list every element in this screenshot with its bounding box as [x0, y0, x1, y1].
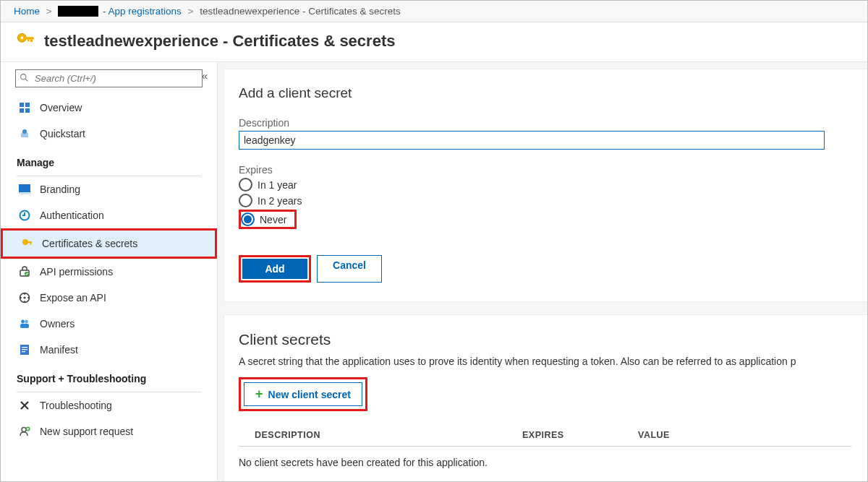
expires-option-1year[interactable]: In 1 year: [239, 178, 867, 191]
svg-rect-16: [27, 241, 32, 243]
sidebar-item-expose-api[interactable]: Expose an API: [1, 285, 217, 311]
radio-label: In 2 years: [258, 195, 302, 207]
svg-point-11: [22, 129, 27, 134]
svg-rect-12: [19, 184, 30, 192]
troubleshooting-icon: [17, 399, 33, 412]
sidebar-item-label: New support request: [40, 426, 133, 437]
main-content: Add a client secret Description Expires …: [218, 62, 867, 481]
sidebar-item-branding[interactable]: Branding: [1, 176, 217, 202]
authentication-icon: [17, 209, 33, 222]
svg-rect-30: [22, 347, 27, 348]
breadcrumb-home[interactable]: Home: [14, 6, 40, 17]
client-secrets-description: A secret string that the application use…: [239, 356, 867, 367]
sidebar-item-overview[interactable]: Overview: [1, 95, 217, 121]
svg-rect-10: [25, 108, 30, 113]
svg-rect-17: [30, 243, 32, 245]
branding-icon: [17, 183, 33, 196]
svg-rect-4: [27, 40, 30, 42]
col-description: DESCRIPTION: [255, 430, 522, 440]
sidebar-item-manifest[interactable]: Manifest: [1, 337, 217, 363]
expires-label: Expires: [239, 164, 867, 176]
radio-label: In 1 year: [258, 179, 297, 191]
sidebar-item-certificates-secrets[interactable]: Certificates & secrets: [1, 228, 217, 259]
svg-point-25: [27, 297, 30, 299]
sidebar-item-label: Authentication: [40, 210, 104, 221]
add-button[interactable]: Add: [242, 259, 307, 279]
chevron-right-icon: >: [43, 6, 56, 17]
sidebar-item-label: Branding: [40, 184, 80, 195]
svg-rect-8: [25, 103, 30, 107]
sidebar-item-owners[interactable]: Owners: [1, 311, 217, 337]
sidebar-item-label: Expose an API: [40, 292, 106, 304]
certificates-icon: [19, 237, 35, 250]
svg-rect-28: [20, 324, 29, 328]
expose-api-icon: [17, 291, 33, 304]
sidebar-item-label: Overview: [40, 102, 82, 113]
overview-icon: [17, 101, 33, 114]
secrets-empty-message: No client secrets have been created for …: [239, 457, 867, 468]
sidebar-item-troubleshooting[interactable]: Troubleshooting: [1, 392, 217, 418]
search-input[interactable]: [15, 69, 203, 87]
page-title: testleadnewexperience - Certificates & s…: [44, 32, 395, 51]
col-expires: EXPIRES: [522, 430, 638, 440]
svg-point-22: [24, 293, 26, 295]
svg-point-24: [20, 297, 22, 299]
new-secret-label: New client secret: [268, 389, 351, 400]
breadcrumb-apps-label: App registrations: [108, 6, 181, 17]
api-permissions-icon: [17, 265, 33, 278]
highlight-box: Never: [239, 210, 297, 229]
breadcrumb-app-registrations[interactable]: - App registrations: [103, 6, 182, 17]
highlight-box: Add: [239, 255, 311, 283]
page-titlebar: testleadnewexperience - Certificates & s…: [1, 22, 867, 62]
new-client-secret-button[interactable]: + New client secret: [244, 382, 362, 406]
client-secrets-heading: Client secrets: [239, 331, 867, 348]
quickstart-icon: [17, 127, 33, 140]
sidebar-item-label: Certificates & secrets: [42, 238, 137, 249]
svg-rect-9: [20, 108, 24, 113]
sidebar-item-label: Manifest: [40, 344, 78, 356]
svg-rect-31: [22, 349, 27, 350]
owners-icon: [17, 317, 33, 330]
col-value: VALUE: [638, 430, 670, 440]
sidebar-item-new-support-request[interactable]: New support request: [1, 418, 217, 444]
breadcrumb-current: testleadnewexperience - Certificates & s…: [200, 6, 401, 17]
description-label: Description: [239, 117, 867, 129]
svg-rect-3: [30, 40, 33, 43]
expires-option-never[interactable]: Never: [241, 212, 292, 226]
sidebar-item-api-permissions[interactable]: API permissions: [1, 259, 217, 285]
radio-icon: [239, 194, 252, 207]
sidebar-item-label: Quickstart: [40, 128, 85, 139]
divider: [239, 446, 851, 447]
add-client-secret-panel: Add a client secret Description Expires …: [224, 69, 867, 302]
svg-point-1: [20, 36, 23, 39]
add-secret-heading: Add a client secret: [239, 85, 867, 101]
svg-point-27: [25, 320, 28, 324]
sidebar-item-label: Troubleshooting: [40, 400, 112, 411]
svg-point-33: [22, 428, 26, 432]
sidebar-item-label: API permissions: [40, 266, 113, 277]
svg-point-5: [21, 74, 26, 79]
manifest-icon: [17, 343, 33, 356]
radio-icon: [241, 212, 255, 226]
radio-icon: [239, 178, 252, 191]
sidebar-item-quickstart[interactable]: Quickstart: [1, 121, 217, 147]
secrets-table-header: DESCRIPTION EXPIRES VALUE: [239, 424, 867, 446]
highlight-box: + New client secret: [239, 377, 367, 411]
sidebar-section-support: Support + Troubleshooting: [1, 363, 217, 389]
svg-rect-32: [22, 351, 25, 352]
sidebar-item-label: Owners: [40, 318, 75, 330]
svg-line-6: [25, 79, 27, 81]
radio-label: Never: [260, 214, 286, 225]
client-secrets-panel: Client secrets A secret string that the …: [224, 314, 867, 481]
cancel-button[interactable]: Cancel: [317, 255, 382, 283]
svg-rect-2: [25, 37, 34, 40]
sidebar-item-authentication[interactable]: Authentication: [1, 202, 217, 228]
support-request-icon: [17, 425, 33, 438]
description-input[interactable]: [239, 131, 825, 150]
expires-option-2years[interactable]: In 2 years: [239, 194, 867, 207]
sidebar-section-manage: Manage: [1, 147, 217, 173]
svg-rect-7: [20, 103, 24, 107]
svg-point-26: [21, 320, 25, 324]
chevron-right-icon: >: [184, 6, 197, 17]
breadcrumb: Home > - App registrations > testleadnew…: [1, 1, 867, 22]
